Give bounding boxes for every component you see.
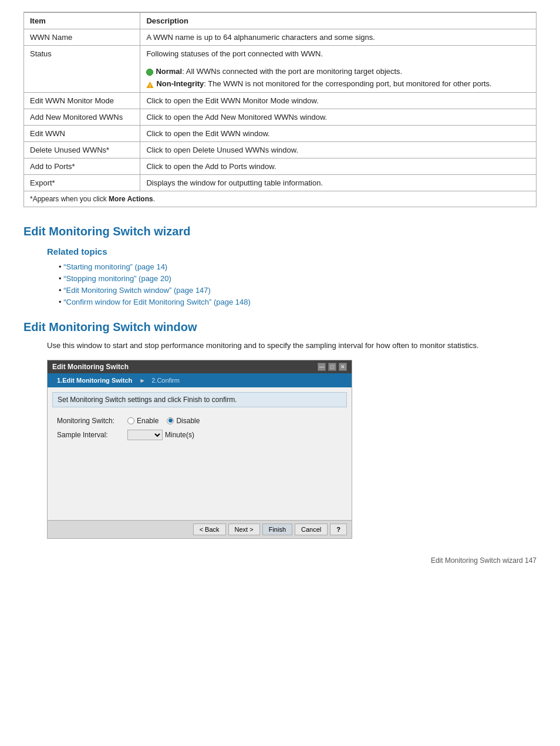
table-cell-description: Click to open the Add New Monitored WWNs… [140,109,537,126]
step1-label[interactable]: 1.Edit Monitoring Switch [52,376,137,385]
table-cell-description: Click to open the Add to Ports window. [140,158,537,175]
window-body-text: Use this window to start and stop perfor… [47,340,537,352]
finish-button[interactable]: Finish [262,524,292,535]
related-topic-link[interactable]: “Edit Monitoring Switch window” (page 14… [63,286,211,295]
table-row: Delete Unused WWNs*Click to open Delete … [24,142,537,158]
radio-dot [168,418,173,423]
related-topic-link[interactable]: “Confirm window for Edit Monitoring Swit… [63,298,251,306]
table-row: StatusFollowing statuses of the port con… [24,46,537,93]
minimize-button[interactable]: — [318,363,326,371]
table-cell-description: A WWN name is up to 64 alphanumeric char… [140,29,537,46]
page-footer: Edit Monitoring Switch wizard 147 [23,556,537,565]
monitoring-switch-label: Monitoring Switch: [57,417,127,425]
table-cell-item: Edit WWN [24,126,140,142]
table-row: Edit WWNClick to open the Edit WWN windo… [24,126,537,142]
svg-text:!: ! [150,83,151,89]
related-topic-item: “Stopping monitoring” (page 20) [59,274,537,283]
table-cell-item: WWN Name [24,29,140,46]
dialog-title: Edit Monitoring Switch [52,363,129,371]
monitoring-switch-radio-group[interactable]: Enable Disable [127,417,200,425]
table-cell-item: Status [24,46,140,93]
related-topic-link[interactable]: “Starting monitoring” (page 14) [63,262,167,271]
enable-radio-circle[interactable] [127,417,134,424]
enable-label: Enable [137,417,158,425]
table-cell-item: Add New Monitored WWNs [24,109,140,126]
table-cell-description: Click to open the Edit WWN Monitor Mode … [140,93,537,109]
wizard-heading: Edit Monitoring Switch wizard [23,225,537,238]
related-topic-link[interactable]: “Stopping monitoring” (page 20) [63,274,171,283]
table-cell-description: Following statuses of the port connected… [140,46,537,93]
table-cell-item: Delete Unused WWNs* [24,142,140,158]
help-button[interactable]: ? [330,524,347,535]
dialog-titlebar-buttons: — □ ✕ [318,363,347,371]
dialog-window: Edit Monitoring Switch — □ ✕ 1.Edit Moni… [47,360,352,539]
table-cell-item: Add to Ports* [24,158,140,175]
dialog-instruction: Set Monitoring Switch settings and click… [52,392,347,407]
warning-status-icon: ! [146,80,154,89]
table-cell-description: Click to open Delete Unused WWNs window. [140,142,537,158]
minutes-label: Minute(s) [165,431,194,439]
dialog-footer: < Back Next > Finish Cancel ? [48,520,352,538]
dialog-titlebar: Edit Monitoring Switch — □ ✕ [48,360,352,373]
sample-interval-label: Sample Interval: [57,431,127,439]
back-button[interactable]: < Back [193,524,226,535]
disable-radio-circle[interactable] [167,417,174,424]
related-topic-item: “Edit Monitoring Switch window” (page 14… [59,286,537,295]
table-cell-description: Displays the window for outputting table… [140,175,537,191]
disable-label: Disable [176,417,200,425]
table-footnote-cell: *Appears when you click More Actions. [24,191,537,207]
items-table: Item Description WWN NameA WWN name is u… [23,12,537,207]
related-topic-item: “Confirm window for Edit Monitoring Swit… [59,298,537,306]
related-topics-heading: Related topics [47,247,537,256]
table-cell-description: Click to open the Edit WWN window. [140,126,537,142]
table-cell-item: Edit WWN Monitor Mode [24,93,140,109]
step2-label: 2.Confirm [148,376,183,385]
sample-interval-select[interactable] [127,430,163,440]
table-cell-item: Export* [24,175,140,191]
next-button[interactable]: Next > [228,524,260,535]
step-arrow: ► [137,377,148,384]
restore-button[interactable]: □ [328,363,336,371]
dialog-content: Monitoring Switch: Enable Disable Samp [48,412,352,520]
table-row: Export*Displays the window for outputtin… [24,175,537,191]
table-footnote-row: *Appears when you click More Actions. [24,191,537,207]
table-row: Edit WWN Monitor ModeClick to open the E… [24,93,537,109]
dialog-steps-bar: 1.Edit Monitoring Switch ► 2.Confirm [48,373,352,387]
table-row: Add New Monitored WWNsClick to open the … [24,109,537,126]
normal-status-icon [146,69,153,76]
monitoring-switch-row: Monitoring Switch: Enable Disable [57,417,342,425]
table-row: WWN NameA WWN name is up to 64 alphanume… [24,29,537,46]
enable-radio[interactable]: Enable [127,417,158,425]
close-button[interactable]: ✕ [339,363,347,371]
cancel-button[interactable]: Cancel [295,524,328,535]
footnote-bold: More Actions [109,195,153,203]
col-item-header: Item [24,12,140,29]
dialog-wrapper: Edit Monitoring Switch — □ ✕ 1.Edit Moni… [47,360,513,539]
table-row: Add to Ports*Click to open the Add to Po… [24,158,537,175]
window-heading: Edit Monitoring Switch window [23,320,537,334]
col-description-header: Description [140,12,537,29]
dialog-empty-space [57,445,342,515]
related-topics-list: “Starting monitoring” (page 14)“Stopping… [59,262,537,306]
disable-radio[interactable]: Disable [167,417,200,425]
related-topic-item: “Starting monitoring” (page 14) [59,262,537,271]
sample-interval-row: Sample Interval: Minute(s) [57,430,342,440]
